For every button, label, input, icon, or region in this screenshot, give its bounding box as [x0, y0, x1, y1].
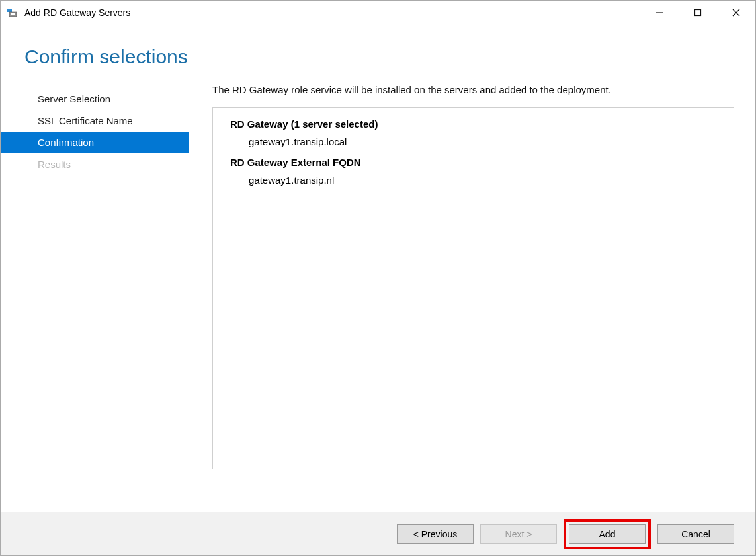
- maximize-button[interactable]: [679, 1, 717, 24]
- titlebar: Add RD Gateway Servers: [1, 1, 755, 24]
- wizard-nav: Server Selection SSL Certificate Name Co…: [1, 84, 189, 512]
- footer-button-bar: < Previous Next > Add Cancel: [1, 512, 755, 555]
- app-icon: [7, 7, 19, 19]
- page-body: Confirm selections Server Selection SSL …: [1, 24, 755, 512]
- external-fqdn-value: gateway1.transip.nl: [230, 175, 716, 186]
- close-button[interactable]: [717, 1, 755, 24]
- info-text: The RD Gateway role service will be inst…: [212, 84, 734, 95]
- nav-item-results: Results: [1, 153, 189, 175]
- add-button-highlight: Add: [564, 519, 651, 549]
- minimize-button[interactable]: [640, 1, 679, 24]
- page-title: Confirm selections: [1, 24, 755, 84]
- svg-rect-2: [11, 13, 15, 15]
- window-title: Add RD Gateway Servers: [24, 7, 640, 18]
- nav-item-confirmation[interactable]: Confirmation: [1, 132, 189, 153]
- previous-button[interactable]: < Previous: [397, 524, 474, 544]
- add-button[interactable]: Add: [569, 524, 646, 544]
- group-title-external-fqdn: RD Gateway External FQDN: [230, 157, 716, 168]
- confirmation-panel: RD Gateway (1 server selected) gateway1.…: [212, 107, 734, 469]
- server-name: gateway1.transip.local: [230, 136, 716, 147]
- svg-rect-4: [695, 9, 701, 15]
- window-controls: [640, 1, 755, 24]
- main-content: The RD Gateway role service will be inst…: [189, 84, 734, 512]
- group-title-rd-gateway: RD Gateway (1 server selected): [230, 118, 716, 130]
- nav-item-server-selection[interactable]: Server Selection: [1, 88, 189, 110]
- content-row: Server Selection SSL Certificate Name Co…: [1, 84, 755, 512]
- cancel-button[interactable]: Cancel: [657, 524, 734, 544]
- next-button: Next >: [480, 524, 557, 544]
- nav-item-ssl-certificate-name[interactable]: SSL Certificate Name: [1, 110, 189, 132]
- svg-rect-0: [7, 9, 12, 12]
